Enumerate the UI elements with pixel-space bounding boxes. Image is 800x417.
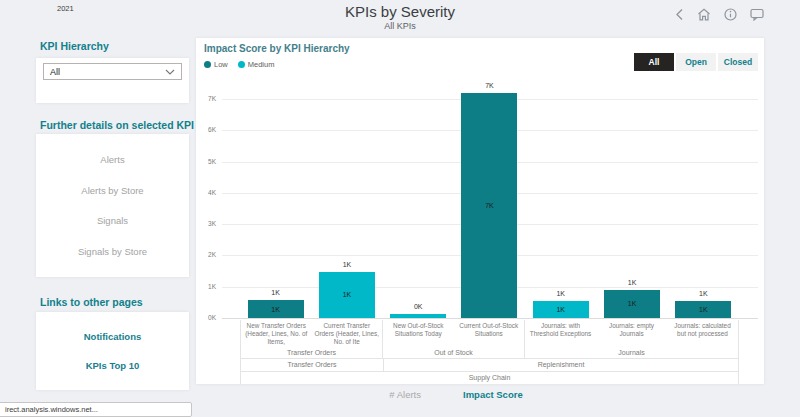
bar-value-label: 1K xyxy=(319,261,375,268)
x-axis-group-label: Journals xyxy=(525,348,738,358)
kpi-hierarchy-dropdown[interactable]: All xyxy=(43,63,182,80)
kpi-hierarchy-selected-value: All xyxy=(50,67,60,77)
bar-inside-label: 1K xyxy=(248,300,304,318)
y-tick-0K: 0K xyxy=(196,314,216,321)
filter-button-closed[interactable]: Closed xyxy=(718,53,758,71)
y-tick-5K: 5K xyxy=(196,158,216,165)
bar-value-label: 7K xyxy=(461,82,517,89)
chart-title: Impact Score by KPI Hierarchy xyxy=(204,43,350,54)
info-icon[interactable] xyxy=(724,8,737,21)
y-tick-4K: 4K xyxy=(196,189,216,196)
bar-value-label: 0K xyxy=(390,303,446,310)
legend-item-medium: Medium xyxy=(238,60,275,69)
chart-bar-new-out-of-stock-situations-to[interactable] xyxy=(390,314,446,318)
x-category-label[interactable]: Journals: empty Journals xyxy=(596,320,667,348)
legend-item-low: Low xyxy=(204,60,228,69)
other-pages-card: NotificationsKPIs Top 10 xyxy=(36,312,189,390)
footer-tab-alerts[interactable]: # Alerts xyxy=(389,389,421,400)
sidebar-link-notifications[interactable]: Notifications xyxy=(36,331,189,342)
legend-label-low: Low xyxy=(214,60,228,69)
leaf-label-row: New Transfer Orders (Header, Lines, No. … xyxy=(241,320,382,348)
bar-inside-label: 1K xyxy=(533,301,589,318)
filter-button-all[interactable]: All xyxy=(634,53,674,71)
status-url: irect.analysis.windows.net... xyxy=(0,402,192,417)
sidebar-link-alerts-by-store[interactable]: Alerts by Store xyxy=(36,185,189,196)
comment-icon[interactable] xyxy=(750,8,764,21)
severity-filter-buttons: AllOpenClosed xyxy=(634,53,758,71)
bar-inside-label: 1K xyxy=(604,290,660,318)
x-axis-level3-replenishment: Replenishment xyxy=(383,359,738,371)
leaf-label-row: New Out-of-Stock Situations TodayCurrent… xyxy=(383,320,524,348)
bar-value-label: 1K xyxy=(675,290,731,297)
chart-legend: LowMedium xyxy=(204,60,274,69)
sidebar-link-kpis-top-10[interactable]: KPIs Top 10 xyxy=(36,360,189,371)
legend-dot-medium xyxy=(238,61,245,68)
y-tick-2K: 2K xyxy=(196,251,216,258)
bar-inside-label: 1K xyxy=(675,301,731,318)
gridline-0K xyxy=(222,318,758,319)
x-category-label[interactable]: Current Transfer Orders (Header, Lines, … xyxy=(312,320,383,348)
kpi-hierarchy-heading: KPI Hierarchy xyxy=(40,40,109,52)
impact-score-visual: Impact Score by KPI Hierarchy LowMedium … xyxy=(196,38,764,384)
filter-button-open[interactable]: Open xyxy=(676,53,716,71)
chevron-left-icon[interactable] xyxy=(675,8,684,21)
x-axis-group-out-of-stock: New Out-of-Stock Situations TodayCurrent… xyxy=(383,320,525,358)
toolbar-icons xyxy=(675,8,764,21)
x-category-label[interactable]: Current Out-of-Stock Situations xyxy=(454,320,525,348)
y-tick-6K: 6K xyxy=(196,126,216,133)
page-subtitle: All KPIs xyxy=(0,21,800,31)
other-pages-heading: Links to other pages xyxy=(40,296,143,308)
x-axis-group-journals: Journals: with Threshold ExceptionsJourn… xyxy=(525,320,738,358)
y-tick-3K: 3K xyxy=(196,220,216,227)
x-axis-level1-row: New Transfer Orders (Header, Lines, No. … xyxy=(241,320,738,358)
page-tabs: # AlertsImpact Score xyxy=(172,389,740,400)
legend-label-medium: Medium xyxy=(248,60,275,69)
bar-inside-label: 7K xyxy=(461,93,517,318)
x-axis-group-label: Out of Stock xyxy=(383,348,524,358)
y-tick-1K: 1K xyxy=(196,283,216,290)
x-axis-level4-row: Supply Chain xyxy=(241,371,738,384)
x-axis-level3-transfer-orders: Transfer Orders xyxy=(241,359,383,371)
kpi-hierarchy-card: All xyxy=(36,58,189,103)
bar-value-label: 1K xyxy=(533,290,589,297)
further-details-heading: Further details on selected KPI xyxy=(40,119,194,131)
further-details-card: AlertsAlerts by StoreSignalsSignals by S… xyxy=(36,134,189,277)
x-category-label[interactable]: Journals: with Threshold Exceptions xyxy=(525,320,596,348)
leaf-label-row: Journals: with Threshold ExceptionsJourn… xyxy=(525,320,738,348)
footer-tab-impact-score[interactable]: Impact Score xyxy=(463,389,523,400)
x-axis-hierarchy: New Transfer Orders (Header, Lines, No. … xyxy=(240,320,739,384)
bar-value-label: 1K xyxy=(248,289,304,296)
sidebar-link-alerts[interactable]: Alerts xyxy=(36,154,189,165)
bar-inside-label: 1K xyxy=(319,272,375,318)
home-icon[interactable] xyxy=(697,8,711,21)
x-axis-group-transfer-orders: New Transfer Orders (Header, Lines, No. … xyxy=(241,320,383,358)
top-bar: 2021 KPIs by Severity All KPIs xyxy=(0,0,800,30)
chevron-down-icon xyxy=(165,69,175,75)
bar-value-label: 1K xyxy=(604,279,660,286)
x-category-label[interactable]: Journals: calculated but not processed xyxy=(667,320,738,348)
x-category-label[interactable]: New Out-of-Stock Situations Today xyxy=(383,320,454,348)
x-axis-level4-supply-chain: Supply Chain xyxy=(241,372,738,384)
legend-dot-low xyxy=(204,61,211,68)
x-axis-level3-row: Transfer OrdersReplenishment xyxy=(241,358,738,371)
y-tick-7K: 7K xyxy=(196,95,216,102)
x-axis-group-label: Transfer Orders xyxy=(241,348,382,358)
sidebar-link-signals-by-store[interactable]: Signals by Store xyxy=(36,246,189,257)
x-category-label[interactable]: New Transfer Orders (Header, Lines, No. … xyxy=(241,320,312,348)
sidebar-link-signals[interactable]: Signals xyxy=(36,215,189,226)
